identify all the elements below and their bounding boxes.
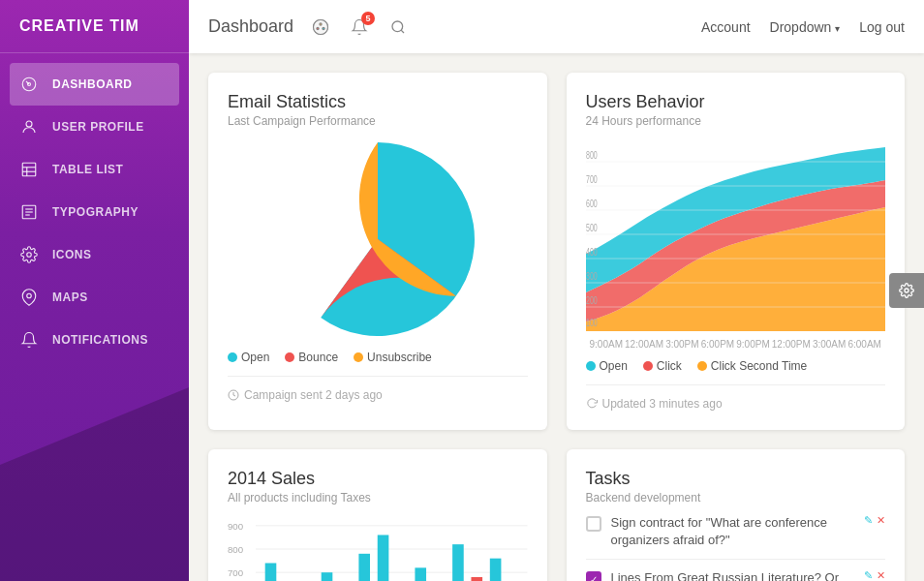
- svg-rect-49: [378, 535, 389, 581]
- task-item-1: Sign contract for "What are conference o…: [586, 505, 886, 560]
- legend-click: Click: [643, 359, 682, 373]
- dropdown-arrow-icon: ▾: [835, 23, 840, 34]
- dropdown-link[interactable]: Dropdown ▾: [770, 19, 841, 35]
- users-behavior-subtitle: 24 Hours performance: [586, 114, 886, 128]
- svg-text:300: 300: [586, 271, 598, 283]
- typography-icon: [19, 202, 39, 222]
- svg-rect-51: [415, 567, 426, 581]
- area-legend: Open Click Click Second Time: [586, 359, 886, 373]
- svg-rect-44: [265, 563, 277, 581]
- svg-point-16: [323, 27, 324, 29]
- users-behavior-card: Users Behavior 24 Hours performance: [567, 73, 906, 430]
- area-chart: 800 700 600 500 400 300 200 100 9:00AM 1…: [586, 138, 886, 350]
- svg-point-2: [26, 121, 32, 127]
- sidebar-item-notifications[interactable]: Notifications: [0, 319, 189, 361]
- email-stats-footer: Campaign sent 2 days ago: [228, 376, 528, 402]
- sales-card: 2014 Sales All products including Taxes …: [208, 449, 547, 581]
- svg-rect-48: [358, 554, 370, 581]
- sidebar-item-icons[interactable]: Icons: [0, 233, 189, 276]
- users-behavior-title: Users Behavior: [586, 92, 886, 112]
- svg-text:200: 200: [586, 295, 598, 307]
- notification-badge: 5: [361, 12, 375, 25]
- pie-chart: [228, 142, 528, 336]
- svg-point-17: [392, 21, 403, 32]
- legend-bounce: Bounce: [285, 351, 338, 364]
- search-button[interactable]: [383, 12, 414, 43]
- users-behavior-footer: Updated 3 minutes ago: [586, 384, 886, 411]
- click-dot: [643, 361, 653, 371]
- main-area: Dashboard 5 Account Dropdown ▾ Log out: [189, 0, 924, 581]
- topbar-header: Dashboard 5 Account Dropdown ▾ Log out: [189, 0, 924, 53]
- svg-text:500: 500: [586, 223, 598, 234]
- svg-point-15: [320, 22, 322, 24]
- sidebar-item-table-list[interactable]: Table List: [0, 148, 189, 191]
- svg-point-12: [27, 293, 32, 298]
- svg-text:800: 800: [228, 544, 243, 555]
- task-1-delete-button[interactable]: ✕: [877, 514, 885, 527]
- gear-icon: [19, 245, 39, 264]
- bar-chart: 900 800 700 600: [228, 514, 528, 581]
- sidebar-item-typography[interactable]: Typography: [0, 191, 189, 233]
- dashboard-icon: [19, 75, 39, 94]
- account-link[interactable]: Account: [701, 19, 751, 35]
- svg-rect-54: [490, 559, 502, 581]
- topbar-right: Account Dropdown ▾ Log out: [701, 19, 905, 35]
- sidebar-item-dashboard[interactable]: Dashboard: [10, 63, 179, 106]
- tasks-subtitle: Backend development: [586, 491, 886, 505]
- svg-line-18: [401, 30, 404, 33]
- content-area: Email Statistics Last Campaign Performan…: [189, 53, 924, 581]
- task-1-edit-button[interactable]: ✎: [864, 514, 873, 527]
- tasks-card: Tasks Backend development Sign contract …: [567, 449, 906, 581]
- svg-rect-47: [322, 572, 333, 581]
- sales-subtitle: All products including Taxes: [228, 491, 528, 505]
- svg-point-11: [27, 253, 32, 258]
- sidebar-item-user-profile[interactable]: User Profile: [0, 106, 189, 148]
- x-axis-labels: 9:00AM 12:00AM 3:00PM 6:00PM 9:00PM 12:0…: [586, 339, 886, 350]
- sidebar-item-maps[interactable]: Maps: [0, 276, 189, 319]
- click-second-dot: [697, 361, 707, 371]
- tasks-title: Tasks: [586, 469, 886, 489]
- page-title: Dashboard: [208, 16, 293, 37]
- person-icon: [19, 117, 39, 137]
- svg-text:600: 600: [586, 199, 598, 210]
- email-stats-card: Email Statistics Last Campaign Performan…: [208, 73, 547, 430]
- task-2-edit-button[interactable]: ✎: [864, 569, 873, 581]
- task-2-checkbox[interactable]: [586, 571, 601, 581]
- sidebar-nav: Dashboard User Profile Table List Typogr…: [0, 53, 189, 581]
- legend-open-area: Open: [586, 359, 628, 373]
- logout-link[interactable]: Log out: [859, 19, 905, 35]
- notifications-button[interactable]: 5: [344, 12, 375, 43]
- open-area-dot: [586, 361, 596, 371]
- task-2-actions: ✎ ✕: [864, 569, 885, 581]
- svg-text:800: 800: [586, 150, 598, 162]
- legend-unsubscribe: Unsubscribe: [354, 351, 432, 364]
- unsubscribe-dot: [354, 352, 363, 362]
- settings-button[interactable]: [889, 273, 924, 308]
- task-2-delete-button[interactable]: ✕: [877, 569, 885, 581]
- svg-text:400: 400: [586, 247, 598, 259]
- email-stats-title: Email Statistics: [228, 92, 528, 112]
- task-1-text: Sign contract for "What are conference o…: [611, 514, 855, 549]
- palette-button[interactable]: [305, 12, 336, 43]
- svg-point-55: [905, 289, 909, 292]
- location-icon: [19, 288, 39, 307]
- svg-rect-3: [22, 163, 36, 176]
- content-row-2: 2014 Sales All products including Taxes …: [208, 449, 905, 581]
- task-1-actions: ✎ ✕: [864, 514, 885, 527]
- task-item-2: Lines From Great Russian Literature? Or …: [586, 560, 886, 581]
- task-2-text: Lines From Great Russian Literature? Or …: [611, 569, 855, 581]
- sidebar-logo: CREATIVE TIM: [0, 0, 189, 53]
- open-dot: [228, 352, 237, 362]
- topbar-icons: 5: [305, 12, 414, 43]
- sales-title: 2014 Sales: [228, 469, 528, 489]
- table-icon: [19, 160, 39, 179]
- bell-icon: [19, 330, 39, 350]
- pie-legend: Open Bounce Unsubscribe: [228, 351, 528, 364]
- svg-text:700: 700: [586, 174, 598, 186]
- svg-point-14: [317, 27, 319, 29]
- legend-open: Open: [228, 351, 269, 364]
- legend-click-second: Click Second Time: [697, 359, 807, 373]
- svg-text:900: 900: [228, 521, 243, 532]
- task-1-checkbox[interactable]: [586, 516, 601, 532]
- svg-text:100: 100: [586, 318, 598, 329]
